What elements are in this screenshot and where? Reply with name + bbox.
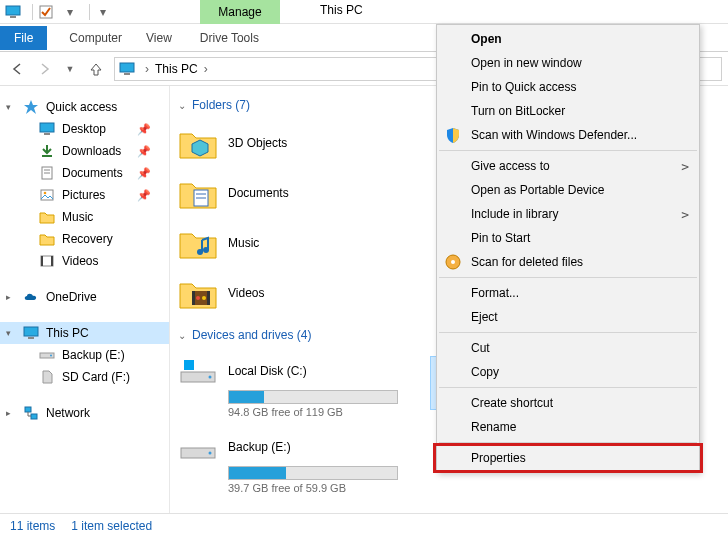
menu-label: Cut [471, 341, 490, 355]
qat-dropdown-icon[interactable]: ▾ [61, 3, 79, 21]
menu-label: Create shortcut [471, 396, 553, 410]
shield-icon [443, 125, 463, 145]
sidebar-drive-backup[interactable]: Backup (E:) [0, 344, 169, 366]
menu-bitlocker[interactable]: Turn on BitLocker [437, 99, 699, 123]
sidebar-item-videos[interactable]: Videos [0, 250, 169, 272]
network-icon [22, 405, 40, 421]
nav-forward-button[interactable] [32, 57, 56, 81]
folder-music[interactable]: Music [178, 218, 408, 268]
menu-create-shortcut[interactable]: Create shortcut [437, 391, 699, 415]
sidebar-label: Pictures [62, 188, 105, 202]
sidebar-label: Recovery [62, 232, 113, 246]
folder-3d-objects[interactable]: 3D Objects [178, 118, 408, 168]
chevron-down-icon[interactable]: ▾ [6, 328, 11, 338]
breadcrumb-this-pc[interactable]: This PC [151, 62, 202, 76]
cloud-icon [22, 289, 40, 305]
menu-open[interactable]: Open [437, 27, 699, 51]
menu-properties[interactable]: Properties [437, 446, 699, 470]
sidebar-item-documents[interactable]: Documents 📌 [0, 162, 169, 184]
svg-point-20 [50, 355, 52, 357]
svg-rect-22 [31, 414, 37, 419]
sidebar-label: Music [62, 210, 93, 224]
window-title: This PC [320, 3, 363, 17]
breadcrumb-chevron[interactable]: › [202, 62, 210, 76]
svg-point-32 [196, 296, 200, 300]
videos-icon [38, 253, 56, 269]
sidebar-item-music[interactable]: Music [0, 206, 169, 228]
qat-checkbox-icon[interactable] [37, 3, 55, 21]
svg-point-13 [44, 192, 47, 195]
qat-overflow-icon[interactable]: ▾ [94, 3, 112, 21]
contextual-tab-manage[interactable]: Manage [200, 0, 280, 24]
nav-recent-dropdown[interactable]: ▼ [58, 57, 82, 81]
svg-rect-7 [44, 133, 50, 135]
svg-rect-18 [28, 337, 34, 339]
svg-point-43 [451, 260, 455, 264]
chevron-right-icon[interactable]: ▸ [6, 408, 11, 418]
menu-pin-quick-access[interactable]: Pin to Quick access [437, 75, 699, 99]
menu-separator [439, 150, 697, 151]
chevron-down-icon[interactable]: ▾ [6, 102, 11, 112]
menu-rename[interactable]: Rename [437, 415, 699, 439]
drive-freespace: 39.7 GB free of 59.9 GB [228, 482, 408, 494]
drive-freespace: 94.8 GB free of 119 GB [228, 406, 408, 418]
menu-copy[interactable]: Copy [437, 360, 699, 384]
sidebar-quick-access[interactable]: ▾ Quick access [0, 96, 169, 118]
menu-eject[interactable]: Eject [437, 305, 699, 329]
menu-include-library[interactable]: Include in library> [437, 202, 699, 226]
folder-icon [178, 173, 218, 213]
breadcrumb-chevron[interactable]: › [143, 62, 151, 76]
disk-search-icon [443, 252, 463, 272]
svg-rect-21 [25, 407, 31, 412]
menu-pin-start[interactable]: Pin to Start [437, 226, 699, 250]
ribbon-tab-computer[interactable]: Computer [57, 24, 134, 52]
drive-icon [178, 430, 218, 464]
sidebar-onedrive[interactable]: ▸ OneDrive [0, 286, 169, 308]
drive-local-disk-c[interactable]: Local Disk (C:) 94.8 GB free of 119 GB [178, 348, 408, 424]
submenu-arrow-icon: > [681, 207, 689, 222]
folder-icon [38, 231, 56, 247]
file-tab[interactable]: File [0, 26, 47, 50]
nav-back-button[interactable] [6, 57, 30, 81]
sidebar-this-pc[interactable]: ▾ This PC [0, 322, 169, 344]
status-item-count: 11 items [10, 519, 55, 533]
svg-marker-5 [24, 100, 38, 114]
menu-defender-scan[interactable]: Scan with Windows Defender... [437, 123, 699, 147]
sidebar-item-recovery[interactable]: Recovery [0, 228, 169, 250]
documents-icon [38, 165, 56, 181]
nav-up-button[interactable] [84, 57, 108, 81]
menu-format[interactable]: Format... [437, 281, 699, 305]
menu-open-new-window[interactable]: Open in new window [437, 51, 699, 75]
pc-icon [22, 325, 40, 341]
menu-label: Include in library [471, 207, 558, 221]
menu-label: Rename [471, 420, 516, 434]
menu-portable-device[interactable]: Open as Portable Device [437, 178, 699, 202]
chevron-down-icon: ⌄ [178, 330, 186, 341]
ribbon-tab-view[interactable]: View [134, 24, 184, 52]
sidebar-item-pictures[interactable]: Pictures 📌 [0, 184, 169, 206]
sidebar-drive-sdcard[interactable]: SD Card (F:) [0, 366, 169, 388]
pc-icon [119, 62, 137, 76]
folder-videos[interactable]: Videos [178, 268, 408, 318]
folder-icon [178, 223, 218, 263]
folder-icon [178, 123, 218, 163]
menu-label: Scan with Windows Defender... [471, 128, 637, 142]
sidebar-network[interactable]: ▸ Network [0, 402, 169, 424]
menu-give-access[interactable]: Give access to> [437, 154, 699, 178]
menu-cut[interactable]: Cut [437, 336, 699, 360]
menu-separator [439, 277, 697, 278]
folder-label: Documents [228, 186, 289, 200]
sidebar-item-downloads[interactable]: Downloads 📌 [0, 140, 169, 162]
chevron-right-icon[interactable]: ▸ [6, 292, 11, 302]
navigation-pane: ▾ Quick access Desktop 📌 Downloads 📌 Doc… [0, 86, 170, 513]
svg-point-38 [209, 452, 212, 455]
menu-label: Pin to Quick access [471, 80, 576, 94]
drive-backup-e[interactable]: Backup (E:) 39.7 GB free of 59.9 GB [178, 424, 408, 500]
pin-icon: 📌 [137, 189, 151, 202]
sidebar-item-desktop[interactable]: Desktop 📌 [0, 118, 169, 140]
folder-documents[interactable]: Documents [178, 168, 408, 218]
pin-icon: 📌 [137, 145, 151, 158]
menu-scan-deleted[interactable]: Scan for deleted files [437, 250, 699, 274]
ribbon-tab-drive-tools[interactable]: Drive Tools [190, 24, 269, 52]
svg-rect-12 [41, 190, 53, 200]
